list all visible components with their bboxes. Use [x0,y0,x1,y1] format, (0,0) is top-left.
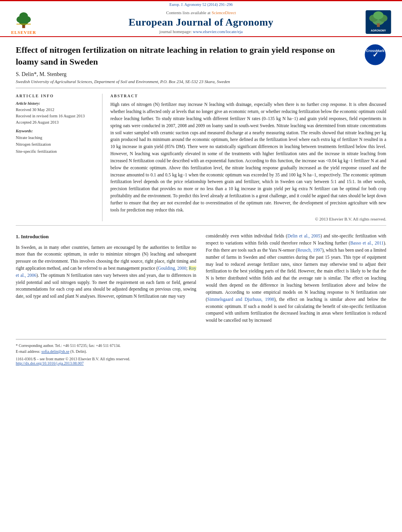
revised-date: Received in revised form 16 August 2013 [16,113,96,119]
issn-section: 1161-0301/$ – see front matter © 2013 El… [16,357,386,365]
homepage-label: journal homepage: [159,29,192,34]
abstract-title: ABSTRACT [110,94,386,98]
journal-title-area: Contents lists available at ScienceDirec… [39,10,363,34]
svg-text:AGRONOMY: AGRONOMY [371,29,386,32]
article-info-title: ARTICLE INFO [16,94,96,98]
doi-link[interactable]: http://dx.doi.org/10.1016/j.eja.2013.08.… [16,361,84,365]
received-date: Received 30 May 2012 [16,107,96,113]
footnote: * Corresponding author. Tel.: +46 511 67… [16,343,386,354]
article-info-panel: ARTICLE INFO Article history: Received 3… [16,94,102,221]
footnote-star: * Corresponding author. Tel.: +46 511 67… [16,343,121,348]
copyright-line: © 2013 Elsevier B.V. All rights reserved… [110,217,386,221]
contents-label: Contents lists available at [166,10,210,15]
issn-text: 1161-0301/$ – see front matter © 2013 El… [16,357,130,361]
author-names: S. Delin*, M. Stenberg [16,71,67,77]
keyword-3: Site-specific fertilization [16,148,96,155]
keywords-list: Nitrate leaching Nitrogen fertilization … [16,134,96,156]
journal-banner: ELSEVIER Contents lists available at Sci… [0,7,402,37]
svg-text:✓: ✓ [372,51,378,59]
article-header: Effect of nitrogen fertilization on nitr… [16,37,386,88]
section-1-heading: 1. Introduction [16,233,196,241]
svg-rect-11 [377,23,380,27]
email-label: E-mail address: [16,349,40,354]
svg-rect-5 [17,24,31,24]
keywords-label: Keywords: [16,129,96,133]
highlighted-roy: Roy [189,266,196,271]
journal-title: European Journal of Agronomy [39,17,363,28]
keyword-1: Nitrate leaching [16,134,96,141]
sciencedirect-link[interactable]: ScienceDirect [212,10,236,15]
journal-reference: Europ. J. Agronomy 52 (2014) 291–296 [0,1,402,7]
reusch-link[interactable]: Reusch, 1997 [297,248,322,252]
received-info: Received 30 May 2012 Received in revised… [16,107,96,125]
footer-section: * Corresponding author. Tel.: +46 511 67… [16,339,386,365]
body-left-column: 1. Introduction In Sweden, as in many ot… [16,233,196,327]
body-right-column: considerably even within individual fiel… [206,233,386,327]
email-link[interactable]: sofia.delin@sh.se [41,349,69,354]
elsevier-logo: ELSEVIER [8,9,39,35]
delin-link[interactable]: Delin et al., 2005 [287,234,320,238]
journal-ref-text: Europ. J. Agronomy 52 (2014) 291–296 [169,2,233,7]
accepted-date: Accepted 26 August 2013 [16,119,96,126]
agronomy-logo-icon: AGRONOMY [365,10,392,34]
keyword-2: Nitrogen fertilization [16,141,96,148]
affiliation: Swedish University of Agricultural Scien… [16,79,386,84]
homepage-link[interactable]: www.elsevier.com/locate/eja [193,29,242,34]
elsevier-tree-icon [12,9,35,29]
svg-point-10 [373,11,383,19]
email-person: (S. Delin). [70,349,87,354]
main-content: Effect of nitrogen fertilization on nitr… [0,37,402,365]
article-title: Effect of nitrogen fertilization on nitr… [16,44,386,67]
agronomy-logo: AGRONOMY [363,10,394,34]
contents-line: Contents lists available at ScienceDirec… [39,10,363,15]
simmelsgaard-link[interactable]: Simmelsgaard and Djurhuus, 1998 [207,297,274,302]
authors: S. Delin*, M. Stenberg [16,71,386,78]
elsevier-label: ELSEVIER [11,30,36,35]
homepage-line: journal homepage: www.elsevier.com/locat… [39,29,363,34]
crossmark-badge: CrossMark ✓ [365,44,386,66]
svg-point-4 [19,12,28,19]
basso-link[interactable]: Basso et al., 2011 [350,241,384,245]
history-label: Article history: [16,101,96,106]
body-section: 1. Introduction In Sweden, as in many ot… [16,226,386,327]
body-col2-paragraph: considerably even within individual fiel… [206,233,386,324]
crossmark-icon: CrossMark ✓ [365,44,386,66]
body-col1-paragraph: In Sweden, as in many other countries, f… [16,244,196,300]
abstract-text: High rates of nitrogen (N) fertilizer ma… [110,101,386,213]
goulding-link[interactable]: Goulding, 2000 [158,266,186,271]
abstract-panel: ABSTRACT High rates of nitrogen (N) fert… [110,94,386,221]
info-abstract-section: ARTICLE INFO Article history: Received 3… [16,88,386,226]
